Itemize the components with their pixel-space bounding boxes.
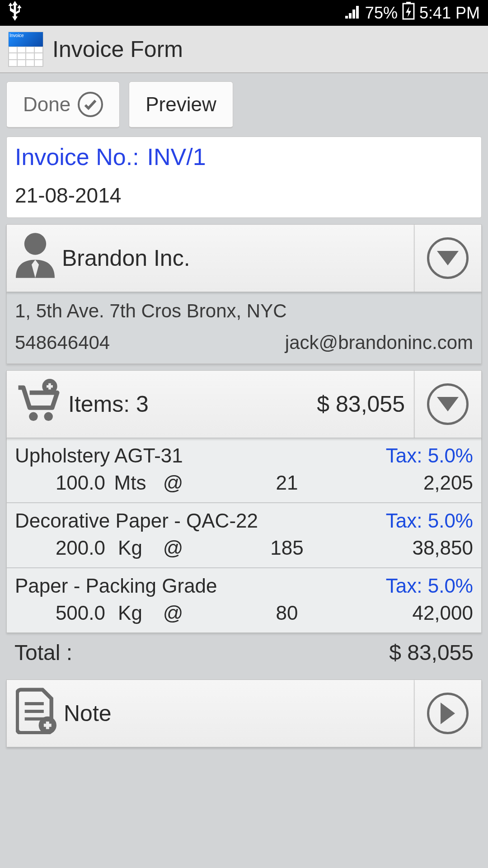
svg-point-3: [29, 412, 38, 421]
usb-icon: [8, 1, 22, 25]
item-qty: 100.0: [15, 472, 105, 494]
note-add-icon: [16, 687, 56, 740]
svg-point-4: [44, 412, 53, 421]
customer-select[interactable]: Brandon Inc.: [6, 224, 414, 292]
preview-button[interactable]: Preview: [129, 81, 233, 128]
clock-time: 5:41 PM: [419, 4, 480, 23]
signal-icon: [345, 4, 361, 23]
customer-collapse-toggle[interactable]: [414, 224, 482, 292]
item-qty: 500.0: [15, 602, 105, 624]
item-amount: 2,205: [383, 472, 473, 494]
done-label: Done: [23, 93, 70, 116]
customer-address: 1, 5th Ave. 7th Cros Bronx, NYC: [15, 300, 473, 322]
note-label: Note: [64, 700, 112, 726]
svg-rect-1: [406, 2, 411, 4]
items-list: Upholstery AGT-31 Tax: 5.0% 100.0 Mts @ …: [6, 438, 482, 633]
svg-point-2: [24, 233, 46, 255]
person-icon: [16, 233, 55, 283]
total-row: Total : $ 83,055: [6, 636, 482, 670]
item-name: Upholstery AGT-31: [15, 444, 183, 467]
item-unit: Kg: [105, 602, 155, 624]
item-tax: Tax: 5.0%: [386, 444, 473, 467]
at-symbol: @: [155, 472, 191, 494]
note-section-header: Note: [6, 679, 482, 747]
items-summary[interactable]: Items: 3 $ 83,055: [6, 370, 414, 438]
item-unit: Mts: [105, 472, 155, 494]
battery-pct: 75%: [365, 4, 398, 23]
note-expand-toggle[interactable]: [414, 679, 482, 747]
line-item[interactable]: Paper - Packing Grade Tax: 5.0% 500.0 Kg…: [7, 567, 481, 632]
check-icon: [78, 92, 103, 117]
items-collapse-toggle[interactable]: [414, 370, 482, 438]
at-symbol: @: [155, 602, 191, 624]
preview-label: Preview: [145, 93, 216, 116]
invoice-date: 21-08-2014: [15, 183, 473, 208]
status-bar: 75% 5:41 PM: [0, 0, 488, 26]
done-button[interactable]: Done: [6, 81, 120, 128]
item-rate: 185: [191, 537, 383, 559]
chevron-down-icon: [427, 237, 469, 279]
at-symbol: @: [155, 537, 191, 559]
app-bar: Invoice Invoice Form: [0, 26, 488, 73]
total-value: $ 83,055: [389, 640, 474, 665]
invoice-number-label: Invoice No.:: [15, 143, 139, 170]
battery-icon: [402, 2, 415, 24]
items-section-header: Items: 3 $ 83,055: [6, 370, 482, 438]
customer-details: 1, 5th Ave. 7th Cros Bronx, NYC 54864640…: [6, 292, 482, 364]
chevron-right-icon: [427, 693, 469, 734]
item-tax: Tax: 5.0%: [386, 575, 473, 597]
add-cart-icon: [16, 379, 61, 429]
customer-email: jack@brandoninc.com: [285, 332, 473, 354]
app-icon: Invoice: [8, 32, 43, 67]
invoice-number-value: INV/1: [147, 143, 206, 170]
item-name: Paper - Packing Grade: [15, 575, 217, 597]
items-count-label: Items: 3: [68, 391, 149, 417]
item-name: Decorative Paper - QAC-22: [15, 509, 258, 532]
items-total: $ 83,055: [317, 391, 405, 417]
item-rate: 80: [191, 602, 383, 624]
invoice-header[interactable]: Invoice No.: INV/1 21-08-2014: [6, 137, 482, 218]
note-button[interactable]: Note: [6, 679, 414, 747]
total-label: Total :: [14, 640, 72, 665]
line-item[interactable]: Decorative Paper - QAC-22 Tax: 5.0% 200.…: [7, 502, 481, 567]
action-button-row: Done Preview: [0, 73, 488, 137]
chevron-down-icon: [427, 383, 469, 425]
app-title: Invoice Form: [52, 36, 183, 62]
item-amount: 38,850: [383, 537, 473, 559]
item-rate: 21: [191, 472, 383, 494]
line-item[interactable]: Upholstery AGT-31 Tax: 5.0% 100.0 Mts @ …: [7, 438, 481, 502]
customer-section-header: Brandon Inc.: [6, 224, 482, 292]
customer-phone: 548646404: [15, 332, 110, 354]
item-amount: 42,000: [383, 602, 473, 624]
item-qty: 200.0: [15, 537, 105, 559]
item-unit: Kg: [105, 537, 155, 559]
item-tax: Tax: 5.0%: [386, 509, 473, 532]
customer-name: Brandon Inc.: [62, 245, 190, 271]
